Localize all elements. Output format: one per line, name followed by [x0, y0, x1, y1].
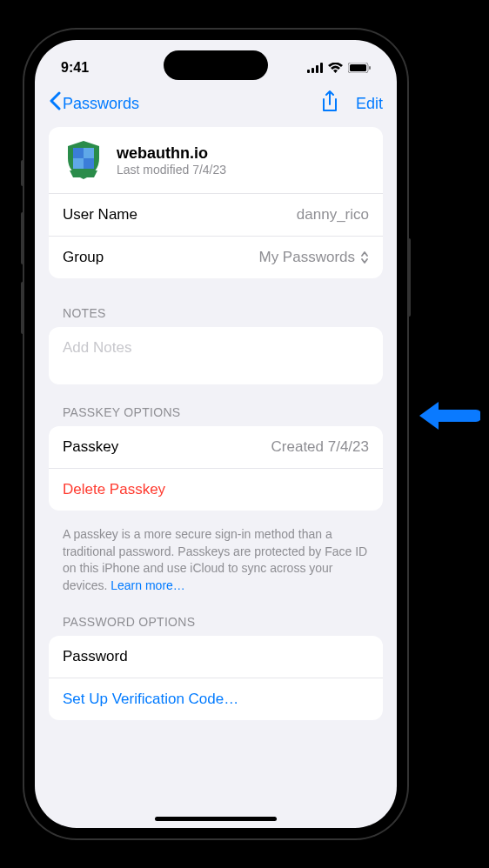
verification-code-button[interactable]: Set Up Verification Code…: [49, 678, 383, 720]
delete-passkey-button[interactable]: Delete Passkey: [49, 468, 383, 511]
nav-right: Edit: [321, 90, 383, 117]
svg-rect-6: [369, 66, 371, 70]
password-card: Password Set Up Verification Code…: [49, 636, 383, 720]
site-name: webauthn.io: [117, 144, 369, 163]
phone-screen: 9:41: [35, 40, 397, 828]
svg-rect-1: [311, 68, 314, 73]
password-row[interactable]: Password: [49, 636, 383, 678]
username-value: danny_rico: [297, 206, 369, 224]
annotation-arrow: [419, 398, 480, 437]
notes-input[interactable]: Add Notes: [49, 327, 383, 384]
password-label: Password: [63, 648, 128, 665]
svg-rect-2: [316, 65, 318, 73]
status-time: 9:41: [61, 60, 89, 76]
back-label: Passwords: [63, 95, 139, 113]
status-icons: [307, 63, 371, 73]
group-value: My Passwords: [258, 249, 355, 266]
silent-switch: [21, 160, 24, 186]
updown-icon: [360, 250, 369, 264]
svg-rect-10: [84, 158, 94, 169]
site-card: webauthn.io Last modified 7/4/23 User Na…: [49, 127, 383, 278]
svg-rect-9: [73, 158, 84, 169]
edit-button[interactable]: Edit: [356, 95, 383, 113]
passkey-label: Passkey: [63, 438, 118, 456]
notes-header: NOTES: [49, 285, 383, 327]
wifi-icon: [328, 63, 343, 73]
passkey-row[interactable]: Passkey Created 7/4/23: [49, 426, 383, 468]
group-row[interactable]: Group My Passwords: [49, 236, 383, 278]
passkey-card: Passkey Created 7/4/23 Delete Passkey: [49, 426, 383, 511]
battery-icon: [348, 63, 371, 73]
site-modified: Last modified 7/4/23: [117, 163, 369, 177]
svg-rect-7: [73, 148, 84, 158]
home-indicator[interactable]: [155, 817, 277, 821]
site-info: webauthn.io Last modified 7/4/23: [117, 144, 369, 177]
username-label: User Name: [63, 206, 137, 224]
site-favicon: [63, 139, 104, 181]
passkey-created: Created 7/4/23: [271, 438, 369, 456]
learn-more-link[interactable]: Learn more…: [111, 578, 185, 592]
share-button[interactable]: [321, 90, 338, 117]
passkey-footer: A passkey is a more secure sign-in metho…: [49, 517, 383, 594]
cellular-icon: [307, 63, 323, 73]
dynamic-island: [164, 50, 268, 80]
volume-up-button: [21, 212, 24, 264]
svg-rect-3: [320, 63, 323, 73]
content-scroll[interactable]: webauthn.io Last modified 7/4/23 User Na…: [35, 127, 397, 811]
back-button[interactable]: Passwords: [49, 91, 139, 116]
username-row[interactable]: User Name danny_rico: [49, 193, 383, 236]
password-header: PASSWORD OPTIONS: [49, 594, 383, 636]
svg-rect-5: [350, 64, 366, 71]
svg-rect-0: [307, 70, 310, 73]
notes-placeholder: Add Notes: [63, 339, 131, 356]
svg-rect-8: [84, 148, 94, 158]
site-header: webauthn.io Last modified 7/4/23: [49, 127, 383, 193]
share-icon: [321, 90, 338, 113]
phone-frame: 9:41: [24, 30, 407, 838]
group-value-container: My Passwords: [258, 249, 369, 266]
volume-down-button: [21, 282, 24, 334]
power-button: [407, 238, 411, 317]
nav-bar: Passwords Edit: [35, 83, 397, 127]
passkey-header: PASSKEY OPTIONS: [49, 384, 383, 426]
passkey-footer-text: A passkey is a more secure sign-in metho…: [63, 527, 367, 592]
group-label: Group: [63, 249, 104, 266]
chevron-left-icon: [49, 91, 61, 116]
